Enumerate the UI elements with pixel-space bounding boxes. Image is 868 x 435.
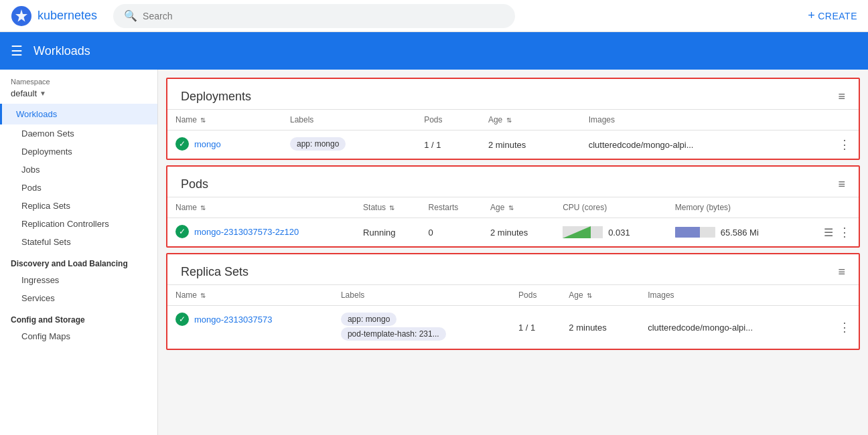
kubernetes-logo-icon: [11, 5, 32, 27]
deployments-section: Deployments ≡ Name ⇅ Labels Pods Age ⇅ I…: [166, 78, 860, 160]
sidebar-section-discovery: Discovery and Load Balancing: [0, 251, 157, 271]
deployments-title: Deployments: [181, 90, 251, 104]
sidebar-item-replica-sets[interactable]: Replica Sets: [0, 197, 157, 215]
sidebar-item-workloads[interactable]: Workloads: [0, 104, 157, 124]
pods-col-restarts: Restarts: [421, 197, 482, 218]
cpu-bar: [563, 226, 603, 238]
pod-cpu: 0.031: [555, 218, 667, 247]
search-icon: 🔍: [124, 9, 137, 22]
plus-icon: +: [808, 9, 815, 23]
rs-col-age[interactable]: Age ⇅: [561, 285, 640, 306]
logo-area: kubernetes: [11, 5, 97, 27]
rs-age: 2 minutes: [561, 306, 640, 349]
sidebar-item-deployments[interactable]: Deployments: [0, 143, 157, 161]
dropdown-arrow-icon: ▼: [40, 90, 46, 97]
label-badge-1: app: mongo: [341, 313, 396, 326]
rs-pods: 1 / 1: [510, 306, 561, 349]
sidebar-item-services[interactable]: Services: [0, 289, 157, 307]
table-row: ✓ mongo app: mongo 1 / 1 2 minutes clutt…: [167, 130, 859, 159]
search-bar[interactable]: 🔍: [113, 4, 515, 28]
pods-col-memory: Memory (bytes): [667, 197, 802, 218]
sidebar-item-replication-controllers[interactable]: Replication Controllers: [0, 215, 157, 233]
sidebar-item-daemon-sets[interactable]: Daemon Sets: [0, 124, 157, 143]
sidebar-item-stateful-sets[interactable]: Stateful Sets: [0, 233, 157, 251]
rs-col-name[interactable]: Name ⇅: [167, 285, 333, 306]
deployments-table: Name ⇅ Labels Pods Age ⇅ Images ✓ mongo: [167, 109, 859, 159]
pods-title: Pods: [181, 177, 208, 191]
rs-link[interactable]: mongo-2313037573: [194, 315, 272, 325]
rs-labels: app: mongo pod-template-hash: 231...: [333, 306, 510, 349]
deployments-filter-icon[interactable]: ≡: [838, 90, 845, 104]
pods-col-name[interactable]: Name ⇅: [167, 197, 355, 218]
main-layout: Namespace default ▼ Workloads Daemon Set…: [0, 70, 868, 435]
pod-restarts: 0: [421, 218, 482, 247]
pod-memory: 65.586 Mi: [667, 218, 802, 247]
workloads-header: ☰ Workloads: [0, 32, 868, 70]
table-row: ✓ mongo-2313037573-2z120 Running 0 2 min…: [167, 218, 859, 247]
table-row: ✓ mongo-2313037573 app: mongo pod-templa…: [167, 306, 859, 349]
pods-col-age[interactable]: Age ⇅: [482, 197, 555, 218]
status-ok-icon: ✓: [175, 225, 189, 238]
rs-col-labels[interactable]: Labels: [333, 285, 510, 306]
pods-col-status[interactable]: Status ⇅: [355, 197, 420, 218]
rs-more-icon[interactable]: ⋮: [839, 321, 851, 334]
rs-images: clutteredcode/mongo-alpi...: [640, 306, 817, 349]
sidebar-item-ingresses[interactable]: Ingresses: [0, 271, 157, 289]
sidebar: Namespace default ▼ Workloads Daemon Set…: [0, 70, 158, 435]
sidebar-item-jobs[interactable]: Jobs: [0, 161, 157, 179]
status-ok-icon: ✓: [175, 313, 189, 326]
deployments-col-name[interactable]: Name ⇅: [167, 110, 282, 130]
replica-sets-header: Replica Sets ≡: [167, 254, 859, 284]
status-ok-icon: ✓: [175, 137, 189, 151]
namespace-label: Namespace: [11, 78, 147, 86]
pod-list-icon[interactable]: ☰: [824, 227, 833, 238]
topbar: kubernetes 🔍 + CREATE: [0, 0, 868, 32]
deployment-pods: 1 / 1: [416, 130, 480, 159]
logo-text: kubernetes: [38, 9, 97, 23]
deployments-header: Deployments ≡: [167, 79, 859, 109]
deployment-age: 2 minutes: [480, 130, 581, 159]
deployment-link-mongo[interactable]: mongo: [194, 139, 221, 149]
replica-sets-section: Replica Sets ≡ Name ⇅ Labels Pods Age ⇅ …: [166, 253, 860, 350]
rs-col-pods[interactable]: Pods: [510, 285, 561, 306]
hamburger-icon[interactable]: ☰: [11, 43, 23, 59]
namespace-select[interactable]: default ▼: [11, 88, 147, 98]
content-area: Deployments ≡ Name ⇅ Labels Pods Age ⇅ I…: [158, 70, 868, 435]
label-badge: app: mongo: [290, 137, 346, 151]
deployments-col-labels[interactable]: Labels: [282, 110, 416, 130]
create-button[interactable]: + CREATE: [808, 9, 857, 23]
pod-link[interactable]: mongo-2313037573-2z120: [194, 227, 299, 237]
pod-status: Running: [355, 218, 420, 247]
deployments-col-images[interactable]: Images: [581, 110, 806, 130]
svg-point-1: [19, 13, 24, 19]
replica-sets-table: Name ⇅ Labels Pods Age ⇅ Images ✓ mongo-…: [167, 284, 859, 349]
label-badge-2: pod-template-hash: 231...: [341, 327, 446, 341]
deployment-images: clutteredcode/mongo-alpi...: [581, 130, 806, 159]
replica-sets-title: Replica Sets: [181, 265, 248, 279]
deployment-more-icon[interactable]: ⋮: [839, 138, 851, 151]
sidebar-section-config: Config and Storage: [0, 307, 157, 327]
pods-section: Pods ≡ Name ⇅ Status ⇅ Restarts Age ⇅ CP…: [166, 165, 860, 248]
memory-bar: [675, 227, 715, 238]
pods-col-cpu: CPU (cores): [555, 197, 667, 218]
workloads-title: Workloads: [33, 44, 90, 58]
pod-age: 2 minutes: [482, 218, 555, 247]
deployments-col-pods[interactable]: Pods: [416, 110, 480, 130]
pods-table: Name ⇅ Status ⇅ Restarts Age ⇅ CPU (core…: [167, 197, 859, 246]
namespace-section: Namespace default ▼: [0, 70, 157, 104]
replica-sets-filter-icon[interactable]: ≡: [838, 265, 845, 279]
pods-header: Pods ≡: [167, 167, 859, 197]
deployments-col-age[interactable]: Age ⇅: [480, 110, 581, 130]
search-input[interactable]: [143, 11, 504, 21]
deployment-labels: app: mongo: [282, 130, 416, 159]
pod-more-icon[interactable]: ⋮: [839, 226, 851, 239]
sidebar-item-pods[interactable]: Pods: [0, 179, 157, 197]
rs-col-images: Images: [640, 285, 817, 306]
sidebar-item-config-maps[interactable]: Config Maps: [0, 327, 157, 345]
pods-filter-icon[interactable]: ≡: [838, 177, 845, 191]
